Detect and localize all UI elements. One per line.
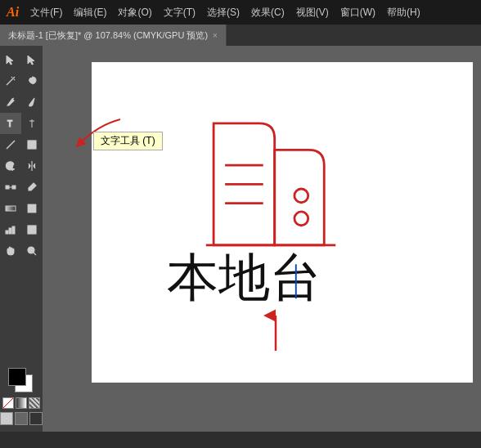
tool-row-magic — [0, 70, 43, 92]
menu-edit[interactable]: 编辑(E) — [69, 4, 111, 21]
arrow-indicator-2 — [255, 306, 296, 358]
tool-row-blend — [0, 177, 43, 198]
svg-line-10 — [7, 141, 15, 149]
tab-close-button[interactable]: × — [213, 31, 218, 40]
svg-line-3 — [13, 77, 15, 78]
svg-rect-23 — [12, 226, 15, 234]
svg-marker-1 — [28, 56, 34, 65]
vertical-type-tool[interactable] — [21, 113, 43, 134]
zoom-tool[interactable] — [21, 240, 43, 262]
shape-tool[interactable] — [21, 134, 43, 155]
tool-row-line — [0, 134, 43, 155]
svg-marker-0 — [7, 56, 13, 65]
svg-line-6 — [12, 98, 14, 99]
svg-point-33 — [294, 189, 308, 203]
tab-bar: 未标题-1 [已恢复]* @ 107.84% (CMYK/GPU 预览) × — [0, 25, 481, 46]
artboard[interactable]: 本地台 — [92, 62, 473, 383]
none-color-swatch[interactable] — [2, 397, 14, 409]
menu-select[interactable]: 选择(S) — [202, 4, 245, 21]
lasso-tool[interactable] — [21, 70, 43, 92]
svg-line-5 — [14, 79, 15, 80]
tab-title: 未标题-1 [已恢复]* @ 107.84% (CMYK/GPU 预览) — [8, 29, 208, 42]
menu-help[interactable]: 帮助(H) — [382, 4, 425, 21]
menu-view[interactable]: 视图(V) — [291, 4, 334, 21]
eyedropper-tool[interactable] — [21, 177, 43, 198]
svg-line-2 — [7, 78, 13, 85]
foreground-color-swatch[interactable] — [8, 368, 26, 386]
gradient-swatch[interactable] — [16, 397, 27, 409]
canvas-text-label: 本地台 — [167, 249, 321, 307]
selection-tool[interactable] — [0, 49, 21, 70]
hand-tool[interactable] — [0, 240, 21, 262]
svg-line-28 — [34, 253, 36, 255]
screen-mode-full-menu[interactable] — [15, 412, 28, 425]
gradient-tool[interactable] — [0, 198, 21, 219]
color-area — [0, 363, 43, 428]
document-tab[interactable]: 未标题-1 [已恢复]* @ 107.84% (CMYK/GPU 预览) × — [0, 25, 227, 46]
menu-file[interactable]: 文件(F) — [25, 4, 67, 21]
menu-effect[interactable]: 效果(C) — [246, 4, 290, 21]
svg-rect-14 — [12, 186, 16, 189]
svg-rect-11 — [28, 141, 36, 149]
reflect-tool[interactable] — [21, 155, 43, 177]
chart-tool[interactable] — [0, 219, 21, 240]
blend-tool[interactable] — [0, 177, 21, 198]
app-logo: Ai — [7, 5, 19, 20]
title-bar: Ai 文件(F) 编辑(E) 对象(O) 文字(T) 选择(S) 效果(C) 视… — [0, 0, 481, 25]
menu-bar: 文件(F) 编辑(E) 对象(O) 文字(T) 选择(S) 效果(C) 视图(V… — [25, 4, 474, 21]
canvas-area[interactable]: 文字工具 (T) — [43, 46, 481, 432]
pen-tool[interactable] — [0, 92, 21, 113]
menu-object[interactable]: 对象(O) — [113, 4, 156, 21]
tool-row-select — [0, 49, 43, 70]
menu-window[interactable]: 窗口(W) — [335, 4, 380, 21]
direct-selection-tool[interactable] — [21, 49, 43, 70]
svg-rect-22 — [9, 228, 11, 234]
type-tool[interactable]: T — [0, 113, 21, 134]
svg-rect-21 — [6, 231, 8, 234]
left-toolbar: T — [0, 46, 43, 432]
svg-text:T: T — [7, 119, 12, 128]
tool-row-pen — [0, 92, 43, 113]
main-area: T — [0, 46, 481, 432]
svg-point-27 — [28, 247, 34, 253]
color-swatches[interactable] — [7, 366, 36, 396]
svg-rect-13 — [6, 186, 9, 189]
screen-mode-full[interactable] — [29, 412, 43, 425]
tool-row-rotate — [0, 155, 43, 177]
svg-line-4 — [11, 77, 12, 78]
svg-point-34 — [294, 212, 308, 226]
status-bar — [0, 432, 481, 448]
screen-mode-normal[interactable] — [0, 412, 13, 425]
menu-text[interactable]: 文字(T) — [159, 4, 200, 21]
line-tool[interactable] — [0, 134, 21, 155]
mesh-tool[interactable] — [21, 198, 43, 219]
screen-mode-row — [0, 412, 43, 425]
tool-row-type: T — [0, 113, 43, 134]
brush-tool[interactable] — [21, 92, 43, 113]
color-mode-row — [2, 397, 40, 409]
tool-row-hand — [0, 240, 43, 262]
magic-wand-tool[interactable] — [0, 70, 21, 92]
tool-row-gradient — [0, 198, 43, 219]
svg-rect-17 — [6, 206, 16, 211]
rotate-tool[interactable] — [0, 155, 21, 177]
arrow-indicator-1 — [63, 111, 128, 155]
slice-tool[interactable] — [21, 219, 43, 240]
tool-row-chart — [0, 219, 43, 240]
pattern-swatch[interactable] — [29, 397, 40, 409]
